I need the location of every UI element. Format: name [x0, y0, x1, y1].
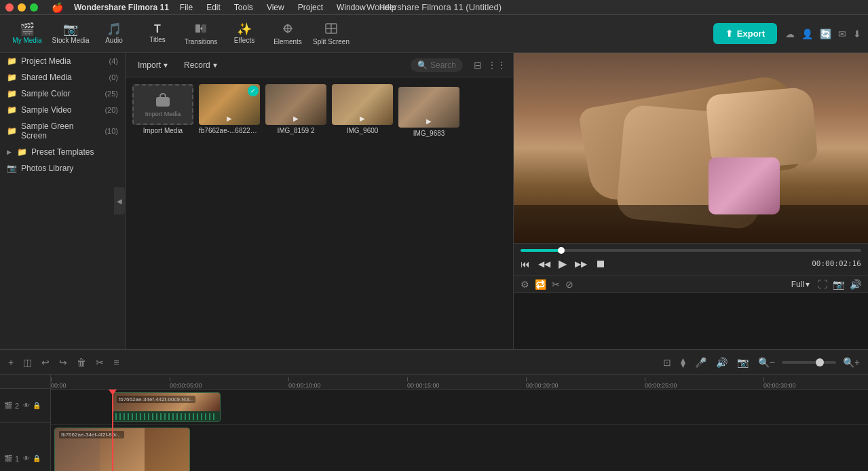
folder-icon: 📁 — [7, 89, 17, 98]
frame-back-button[interactable]: ◀◀ — [538, 259, 550, 269]
download-icon[interactable]: ⬇ — [853, 29, 861, 39]
timeline-clip-v2[interactable]: fb7662ae-34ef-442f-00c9-f43... — [112, 392, 221, 422]
media-item-clip1[interactable]: ✓ ▶ fb7662ae-...6822c2a8 — [199, 84, 260, 342]
media-thumb-clip1[interactable]: ✓ ▶ — [199, 84, 260, 125]
group-icon[interactable]: ◫ — [20, 356, 35, 369]
clip2-label: IMG_8159 2 — [265, 127, 326, 134]
lock-icon[interactable]: 🔒 — [33, 402, 41, 409]
cut-icon[interactable]: ✂ — [93, 356, 107, 369]
refresh-icon[interactable]: 🔄 — [820, 29, 831, 39]
video-icon: 🎬 — [4, 402, 12, 409]
ruler-mark-30: 00:00:30:00 — [763, 375, 796, 389]
media-thumb-clip2[interactable]: ▶ — [265, 84, 326, 125]
media-grid: Import Media Import Media ✓ ▶ fb7662ae-.… — [126, 77, 513, 349]
import-dropdown[interactable]: Import ▾ — [132, 58, 173, 72]
search-box[interactable]: 🔍 Search — [411, 58, 463, 72]
media-thumb-clip4[interactable]: ▶ — [398, 87, 459, 128]
tab-titles[interactable]: T Titles — [137, 18, 178, 50]
undo-icon[interactable]: ↩ — [39, 356, 52, 369]
tab-split-screen[interactable]: Split Screen — [311, 18, 352, 50]
menu-project[interactable]: Project — [295, 3, 326, 12]
menu-view[interactable]: View — [264, 3, 287, 12]
step-back-button[interactable]: ⏮ — [521, 259, 530, 269]
tab-my-media[interactable]: 🎬 My Media — [7, 18, 48, 50]
camera-icon[interactable]: 📷 — [734, 356, 751, 369]
traffic-lights — [5, 3, 38, 12]
tab-transitions[interactable]: Transitions — [181, 18, 221, 50]
menu-tools[interactable]: Tools — [231, 3, 256, 12]
sidebar-item-sample-green[interactable]: 📁 Sample Green Screen (10) — [0, 118, 125, 144]
record-dropdown[interactable]: Record ▾ — [178, 58, 223, 72]
import-group: 🎬 My Media 📷 Stock Media 🎵 Audio T Title… — [7, 18, 352, 50]
menu-window[interactable]: Window — [334, 3, 369, 12]
play-button[interactable]: ▶ — [559, 257, 567, 270]
export-button[interactable]: ⬆ Export — [713, 23, 777, 44]
audio-icon[interactable]: 🔊 — [713, 356, 730, 369]
import-media-item[interactable]: Import Media Import Media — [132, 84, 193, 342]
tab-stock-media[interactable]: 📷 Stock Media — [50, 18, 91, 50]
fullscreen-icon[interactable]: ⛶ — [818, 279, 827, 290]
add-track-icon[interactable]: + — [5, 356, 16, 369]
zoom-in-icon[interactable]: 🔍+ — [840, 356, 863, 369]
clip-label-v2: fb7662ae-34ef-442f-00c9-f43... — [117, 396, 195, 403]
more-icon[interactable]: ≡ — [111, 356, 121, 369]
sidebar-item-photos-library[interactable]: 📷 Photos Library — [0, 160, 125, 176]
split-icon[interactable]: ⊘ — [565, 279, 573, 290]
menu-file[interactable]: File — [177, 3, 195, 12]
clip4-label: IMG_9683 — [398, 130, 459, 137]
track-number-v1: 1 — [15, 455, 19, 463]
tab-elements[interactable]: Elements — [267, 18, 308, 50]
media-item-clip3[interactable]: ▶ IMG_9600 — [332, 84, 393, 342]
eye-icon[interactable]: 👁 — [23, 455, 30, 462]
settings-icon[interactable]: ⚙ — [521, 279, 529, 290]
folder-icon: 📁 — [7, 126, 17, 136]
maximize-button[interactable] — [30, 3, 38, 12]
stop-button[interactable]: ⏹ — [595, 258, 606, 270]
screenshot-icon[interactable]: 📷 — [833, 279, 844, 290]
crop-icon[interactable]: ✂ — [552, 279, 560, 290]
zoom-slider[interactable] — [782, 361, 836, 364]
zoom-out-icon[interactable]: 🔍− — [755, 356, 778, 369]
minimize-button[interactable] — [18, 3, 26, 12]
filter-icon[interactable]: ⊟ — [474, 60, 482, 71]
redo-icon[interactable]: ↪ — [56, 356, 70, 369]
progress-bar[interactable] — [521, 249, 861, 252]
sidebar-item-sample-color[interactable]: 📁 Sample Color (25) — [0, 86, 125, 102]
menu-edit[interactable]: Edit — [204, 3, 223, 12]
lock-icon[interactable]: 🔒 — [33, 455, 41, 462]
marker-icon[interactable]: ⧫ — [678, 356, 688, 369]
eye-icon[interactable]: 👁 — [23, 402, 30, 409]
quality-selector[interactable]: Full ▾ — [791, 280, 810, 289]
preview-scene — [514, 53, 868, 243]
tab-effects[interactable]: ✨ Effects — [224, 18, 265, 50]
sidebar-item-preset-templates[interactable]: ▶ 📁 Preset Templates — [0, 144, 125, 160]
snap-icon[interactable]: ⊡ — [660, 356, 674, 369]
media-panel: Import ▾ Record ▾ 🔍 Search ⊟ ⋮⋮ — [126, 53, 514, 349]
person-icon[interactable]: 👤 — [801, 29, 813, 39]
track-labels: 🎬 2 👁 🔒 🎬 1 👁 🔒 ♪ 1 👁 🔒 — [0, 375, 51, 471]
timeline-ruler: 00:00 00:00:05:00 00:00:10:00 00:00:15:0… — [51, 375, 868, 390]
tab-audio[interactable]: 🎵 Audio — [94, 18, 134, 50]
sidebar-item-sample-video[interactable]: 📁 Sample Video (20) — [0, 102, 125, 118]
frame-forward-button[interactable]: ▶▶ — [575, 259, 587, 269]
import-placeholder[interactable]: Import Media — [132, 84, 193, 125]
voiceover-icon[interactable]: 🎤 — [692, 356, 709, 369]
close-button[interactable] — [5, 3, 14, 12]
sidebar-item-project-media[interactable]: 📁 Project Media (4) — [0, 53, 125, 69]
apple-menu[interactable]: 🍎 — [52, 2, 63, 13]
delete-icon[interactable]: 🗑 — [74, 356, 89, 369]
message-icon[interactable]: ✉ — [838, 29, 846, 39]
effects-icon: ✨ — [237, 23, 252, 35]
grid-icon[interactable]: ⋮⋮ — [487, 60, 506, 71]
loop-icon[interactable]: 🔁 — [535, 279, 546, 290]
progress-thumb[interactable] — [558, 247, 565, 254]
cloud-icon[interactable]: ☁ — [785, 29, 795, 39]
media-thumb-clip3[interactable]: ▶ — [332, 84, 393, 125]
import-media-text: Import Media — [132, 127, 193, 134]
volume-icon[interactable]: 🔊 — [850, 279, 861, 290]
sidebar-item-shared-media[interactable]: 📁 Shared Media (0) — [0, 69, 125, 86]
media-item-clip2[interactable]: ▶ IMG_8159 2 — [265, 84, 326, 342]
media-item-clip4[interactable]: ▶ IMG_9683 — [398, 87, 459, 342]
timeline-clip-v1[interactable]: fb7662ae-34ef-4f2f-80c... — [54, 428, 190, 471]
sidebar-collapse-button[interactable]: ◀ — [114, 187, 125, 214]
